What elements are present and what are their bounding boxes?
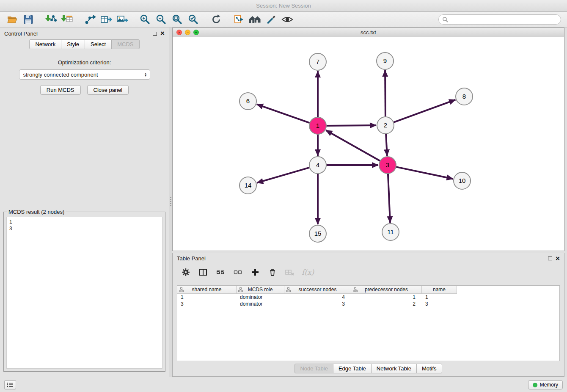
panel-splitter[interactable] <box>169 28 172 377</box>
graph-node-3[interactable]: 3 <box>379 157 396 174</box>
tab-select[interactable]: Select <box>85 39 112 49</box>
table-cell: dominator <box>237 294 284 300</box>
graph-node-label: 7 <box>316 58 319 65</box>
column-header-mcds-role[interactable]: MCDS role <box>237 286 284 294</box>
tab-node-table[interactable]: Node Table <box>295 364 333 373</box>
tab-motifs[interactable]: Motifs <box>416 364 442 373</box>
column-header-shared-name[interactable]: shared name <box>177 286 237 294</box>
open-session-button[interactable] <box>4 13 20 26</box>
show-hide-graphics-button[interactable] <box>279 13 295 26</box>
node-table: shared name MCDS role successor nodes pr… <box>177 285 560 361</box>
search-box[interactable] <box>438 14 561 25</box>
plus-icon <box>251 268 259 276</box>
graph-edge-3-1[interactable] <box>326 130 380 161</box>
tab-edge-table[interactable]: Edge Table <box>333 364 372 373</box>
import-table-button[interactable] <box>59 13 75 26</box>
share-network-button[interactable] <box>82 13 98 26</box>
graph-edge-3-10[interactable] <box>396 167 453 179</box>
import-network-button[interactable] <box>43 13 59 26</box>
table-row[interactable]: 1dominator411 <box>177 294 559 301</box>
mcds-result-line: 3 <box>9 225 160 232</box>
zoom-fit-button[interactable] <box>169 13 185 26</box>
close-table-panel-icon[interactable]: × <box>556 256 560 262</box>
graph-node-7[interactable]: 7 <box>309 53 326 70</box>
zoom-out-button[interactable] <box>153 13 169 26</box>
tab-network-table[interactable]: Network Table <box>371 364 417 373</box>
graph-node-9[interactable]: 9 <box>377 52 394 69</box>
export-table-button[interactable] <box>98 13 114 26</box>
graph-edge-2-8[interactable] <box>394 100 456 123</box>
close-panel-button[interactable]: Close panel <box>87 85 129 95</box>
table-row[interactable]: 3dominator323 <box>177 301 559 307</box>
memory-button[interactable]: Memory <box>528 380 563 389</box>
graph-node-14[interactable]: 14 <box>239 177 256 194</box>
task-history-button[interactable] <box>4 380 16 389</box>
search-input[interactable] <box>450 17 557 23</box>
tab-style[interactable]: Style <box>61 39 85 49</box>
graph-node-label: 11 <box>387 228 394 235</box>
graph-node-label: 9 <box>383 57 387 64</box>
graph-edge-4-14[interactable] <box>257 168 310 183</box>
graph-node-4[interactable]: 4 <box>309 157 326 174</box>
network-view-window: × – + scc.txt 7968124314101511 <box>172 28 564 251</box>
graph-node-6[interactable]: 6 <box>239 93 256 110</box>
graph-edge-2-9[interactable] <box>385 70 385 117</box>
graph-edge-3-11[interactable] <box>388 174 390 223</box>
network-canvas[interactable]: 7968124314101511 <box>173 37 564 251</box>
column-label: MCDS role <box>248 287 273 293</box>
run-mcds-button[interactable]: Run MCDS <box>40 85 81 95</box>
graph-node-10[interactable]: 10 <box>454 172 471 189</box>
graph-node-8[interactable]: 8 <box>456 88 473 105</box>
delete-column-button[interactable] <box>284 267 295 278</box>
table-cell: 1 <box>351 294 422 300</box>
zoom-in-button[interactable] <box>137 13 153 26</box>
tab-network[interactable]: Network <box>29 39 61 49</box>
table-settings-button[interactable] <box>180 267 191 278</box>
refresh-button[interactable] <box>208 13 224 26</box>
export-image-button[interactable] <box>114 13 130 26</box>
graph-node-15[interactable]: 15 <box>309 225 326 242</box>
network-graph: 7968124314101511 <box>173 37 564 251</box>
graph-node-1[interactable]: 1 <box>309 117 326 134</box>
table-toolbar: f(x) <box>173 264 564 281</box>
control-panel: Control Panel × Network Style Select MCD… <box>0 28 169 377</box>
criterion-dropdown[interactable]: strongly connected component ▲▼ <box>19 69 150 80</box>
column-header-successor-nodes[interactable]: successor nodes <box>284 286 351 294</box>
dropdown-stepper-icon: ▲▼ <box>144 72 147 77</box>
mcds-result-line: 1 <box>9 218 160 225</box>
minimize-window-icon[interactable]: – <box>185 30 190 35</box>
table-header-row: shared name MCDS role successor nodes pr… <box>177 286 559 294</box>
save-session-button[interactable] <box>20 13 36 26</box>
mcds-result-list[interactable]: 13 <box>6 217 162 369</box>
column-header-predecessor-nodes[interactable]: predecessor nodes <box>351 286 422 294</box>
export-image-icon <box>116 14 128 25</box>
float-table-panel-icon[interactable] <box>548 257 552 260</box>
column-visibility-button[interactable] <box>198 267 209 278</box>
gear-icon <box>182 268 190 276</box>
first-neighbors-button[interactable] <box>247 13 263 26</box>
delete-row-button[interactable] <box>267 267 278 278</box>
close-window-icon[interactable]: × <box>176 30 182 35</box>
graph-edge-1-6[interactable] <box>257 104 310 123</box>
tab-mcds[interactable]: MCDS <box>111 39 139 49</box>
close-panel-icon[interactable]: × <box>160 30 165 36</box>
splitter-grip[interactable] <box>170 197 171 206</box>
table-cell: 1 <box>177 294 237 300</box>
maximize-window-icon[interactable]: + <box>193 30 199 35</box>
add-row-button[interactable] <box>250 267 261 278</box>
select-all-button[interactable] <box>215 267 226 278</box>
zoom-selected-button[interactable] <box>185 13 201 26</box>
import-table-icon <box>61 14 73 25</box>
graph-node-11[interactable]: 11 <box>382 224 399 240</box>
function-builder-button[interactable]: f(x) <box>302 267 314 278</box>
table-panel: Table Panel × <box>172 253 564 377</box>
network-snapshot-button[interactable] <box>231 13 247 26</box>
deselect-all-button[interactable] <box>232 267 243 278</box>
apply-style-button[interactable] <box>263 13 279 26</box>
graph-edge-2-3[interactable] <box>386 134 387 156</box>
float-panel-icon[interactable] <box>153 32 157 36</box>
graph-node-2[interactable]: 2 <box>377 117 394 134</box>
column-header-name[interactable]: name <box>422 286 457 294</box>
graph-edge-1-2[interactable] <box>326 125 376 126</box>
zoom-out-icon <box>156 14 167 25</box>
